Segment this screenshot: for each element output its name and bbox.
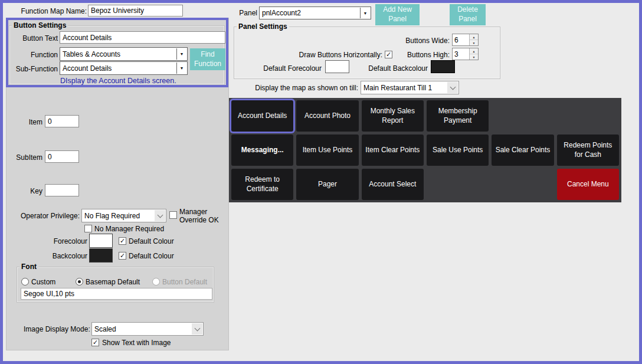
show-text-with-image-label: Show Text with Image [102, 339, 171, 347]
font-custom-label: Custom [31, 278, 55, 286]
function-label: Function [11, 51, 58, 59]
default-backcolour-swatch[interactable] [431, 60, 455, 73]
operator-privilege-value: No Flag Required [84, 212, 140, 220]
buttons-high-label: Buttons High: [389, 51, 450, 59]
find-function-button[interactable]: Find Function [190, 48, 225, 70]
button-text-input[interactable]: Account Details [60, 31, 225, 44]
chevron-down-icon[interactable] [192, 323, 202, 335]
key-input[interactable] [45, 184, 79, 196]
grid-empty-cell [492, 100, 553, 132]
button-settings-title: Button Settings [12, 21, 68, 30]
grid-button-monthly-sales-report[interactable]: Monthly Sales Report [362, 100, 424, 132]
buttons-high-stepper[interactable]: 3 ▲ ▼ [452, 48, 479, 60]
image-display-mode-label: Image Display Mode: [24, 325, 90, 333]
manager-override-checkbox[interactable]: ✓ [169, 211, 177, 219]
dropdown-arrow-icon[interactable]: ▼ [360, 8, 370, 18]
button-grid: Account DetailsAccount PhotoMonthly Sale… [229, 98, 621, 202]
font-button-default-radio[interactable] [152, 278, 160, 286]
image-display-mode-select[interactable]: Scaled [91, 322, 204, 336]
font-group-title: Font [19, 263, 38, 271]
sub-function-select[interactable]: Account Details ▼ [60, 61, 188, 75]
button-text-label: Button Text [11, 34, 58, 42]
chevron-down-icon[interactable] [447, 82, 458, 93]
delete-panel-button[interactable]: Delete Panel [450, 4, 486, 25]
operator-privilege-label: Operator Privilege: [17, 212, 80, 220]
default-backcolour-label: Default Backcolour [366, 64, 428, 73]
forecolour-default-checkbox[interactable]: ✓ [119, 237, 126, 245]
spin-down-icon[interactable]: ▼ [470, 40, 478, 45]
spin-up-icon[interactable]: ▲ [470, 48, 478, 54]
dropdown-arrow-icon[interactable]: ▼ [176, 63, 186, 74]
image-display-mode-value: Scaled [94, 325, 116, 333]
buttons-wide-stepper[interactable]: 6 ▲ ▼ [452, 34, 479, 46]
function-description: DIsplay the Account Details screen. [60, 77, 176, 85]
key-label: Key [15, 187, 42, 195]
function-select-value: Tables & Accounts [63, 50, 120, 58]
show-text-with-image-checkbox[interactable]: ✓ [91, 339, 99, 346]
manager-override-label: Manager Override OK [179, 208, 222, 224]
grid-empty-cell [557, 100, 619, 132]
backcolour-default-checkbox[interactable]: ✓ [119, 252, 126, 260]
grid-button-account-details[interactable]: Account Details [231, 100, 293, 132]
spin-up-icon[interactable]: ▲ [470, 34, 478, 40]
function-map-name-input[interactable]: Bepoz University [88, 5, 183, 17]
forecolour-swatch[interactable] [89, 234, 113, 248]
font-value-input[interactable]: Segoe UI,10 pts [21, 288, 212, 300]
till-display-label: Display the map as shown on till: [250, 84, 358, 92]
font-basemap-default-radio[interactable] [76, 278, 83, 286]
buttons-wide-value: 6 [453, 34, 469, 45]
grid-button-membership-payment[interactable]: Membership Payment [427, 100, 489, 132]
buttons-high-value: 3 [453, 48, 469, 60]
subitem-label: SubItem [12, 153, 42, 162]
function-select[interactable]: Tables & Accounts ▼ [60, 47, 188, 61]
buttons-wide-label: Buttons Wide: [389, 37, 450, 45]
forecolour-default-label: Default Colour [129, 237, 174, 245]
spin-down-icon[interactable]: ▼ [470, 54, 478, 60]
grid-button-cancel-menu[interactable]: Cancel Menu [557, 169, 619, 200]
forecolour-label: Forecolour [34, 237, 87, 245]
no-manager-required-checkbox[interactable]: ✓ [84, 225, 92, 232]
sub-function-select-value: Account Details [63, 64, 112, 73]
panel-select[interactable]: pnlAccount2 ▼ [259, 6, 371, 19]
grid-button-pager[interactable]: Pager [296, 169, 358, 200]
operator-privilege-select[interactable]: No Flag Required [81, 209, 166, 222]
subitem-input[interactable]: 0 [45, 150, 79, 163]
font-button-default-label: Button Default [162, 278, 207, 286]
default-forecolour-swatch[interactable] [325, 60, 349, 73]
grid-button-messaging[interactable]: Messaging... [231, 135, 293, 166]
till-select-value: Main Restaurant Till 1 [363, 84, 432, 92]
font-basemap-default-label: Basemap Default [86, 278, 140, 286]
item-label: Item [15, 118, 42, 126]
function-map-name-label: Function Map Name: [19, 7, 87, 15]
item-input[interactable]: 0 [45, 115, 79, 127]
backcolour-label: Backcolour [34, 252, 87, 260]
no-manager-required-label: No Manager Required [94, 225, 164, 233]
panel-select-label: Panel [235, 9, 257, 17]
panel-settings-title: Panel Settings [237, 22, 289, 31]
sub-function-label: Sub-Function [7, 65, 58, 73]
backcolour-swatch[interactable] [89, 248, 113, 263]
function-map-window: Function Map Name: Bepoz University Pane… [0, 0, 642, 364]
draw-buttons-horizontally-label: Draw Buttons Horizontally: [271, 51, 382, 59]
backcolour-default-label: Default Colour [129, 252, 174, 260]
grid-empty-cell [427, 169, 489, 200]
add-new-panel-button[interactable]: Add New Panel [375, 4, 420, 25]
till-select[interactable]: Main Restaurant Till 1 [361, 81, 459, 94]
chevron-down-icon[interactable] [155, 210, 165, 221]
grid-button-account-select[interactable]: Account Select [362, 169, 424, 200]
grid-button-sale-clear-points[interactable]: Sale Clear Points [492, 135, 553, 166]
grid-button-item-clear-points[interactable]: Item Clear Points [362, 135, 424, 166]
dropdown-arrow-icon[interactable]: ▼ [176, 48, 186, 60]
grid-empty-cell [492, 169, 553, 200]
grid-button-item-use-points[interactable]: Item Use Points [296, 135, 358, 166]
default-forecolour-label: Default Forecolour [260, 64, 322, 73]
grid-button-redeem-points-for-cash[interactable]: Redeem Points for Cash [557, 135, 619, 166]
font-custom-radio[interactable] [21, 278, 29, 286]
grid-button-account-photo[interactable]: Account Photo [296, 100, 358, 132]
grid-button-sale-use-points[interactable]: Sale Use Points [427, 135, 489, 166]
grid-button-redeem-to-certificate[interactable]: Redeem to Certificate [231, 169, 293, 200]
panel-select-value: pnlAccount2 [262, 9, 301, 17]
